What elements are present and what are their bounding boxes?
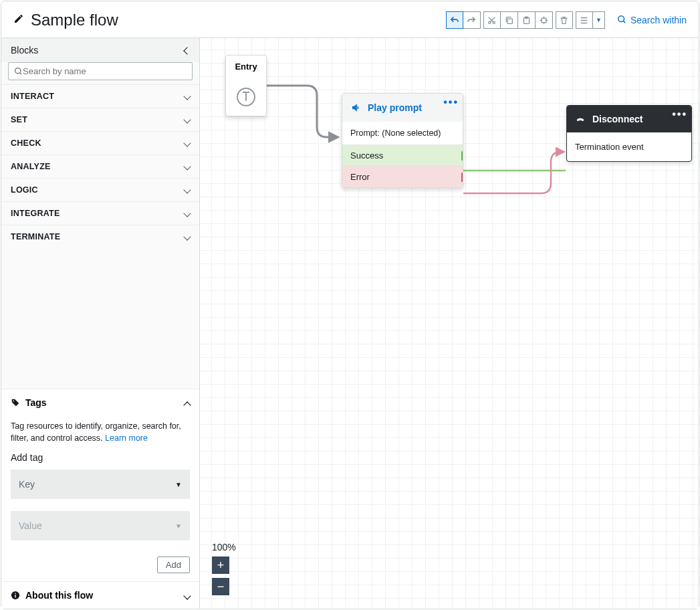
category-set[interactable]: SET: [1, 108, 199, 131]
svg-point-1: [493, 21, 495, 23]
undo-button[interactable]: [446, 11, 463, 29]
tags-title: Tags: [25, 397, 47, 408]
play-prompt-title: Play prompt: [368, 102, 422, 113]
search-icon: [617, 15, 626, 26]
cut-button[interactable]: [483, 11, 501, 29]
paste-button[interactable]: [518, 11, 536, 29]
edit-icon[interactable]: [13, 13, 24, 27]
entry-port-icon[interactable]: [237, 88, 255, 106]
zoom-level: 100%: [212, 542, 236, 552]
snap-button[interactable]: [536, 11, 553, 29]
svg-rect-2: [507, 19, 512, 23]
header-bar: Sample flow ▼ Search within: [1, 1, 699, 37]
category-logic[interactable]: LOGIC: [1, 178, 199, 201]
collapse-icon[interactable]: [185, 45, 190, 56]
entry-node[interactable]: Entry: [225, 55, 267, 116]
zoom-controls: 100% + −: [212, 542, 236, 595]
tags-body: Tag resources to identify, organize, sea…: [1, 416, 199, 581]
zoom-in-button[interactable]: +: [212, 556, 229, 574]
category-integrate[interactable]: INTEGRATE: [1, 201, 199, 225]
learn-more-link[interactable]: Learn more: [105, 433, 148, 443]
delete-button[interactable]: [556, 11, 573, 29]
search-within-label: Search within: [630, 15, 687, 25]
search-icon: [14, 67, 23, 76]
tag-icon: [11, 398, 20, 407]
arrange-menu-button[interactable]: ▼: [593, 11, 605, 29]
svg-rect-10: [15, 593, 15, 594]
zoom-out-button[interactable]: −: [212, 578, 229, 595]
play-prompt-body: Prompt: (None selected): [342, 122, 463, 144]
tags-section-header[interactable]: Tags: [1, 389, 199, 416]
disconnect-menu-icon[interactable]: •••: [672, 108, 687, 120]
category-analyze[interactable]: ANALYZE: [1, 155, 199, 178]
tags-description: Tag resources to identify, organize, sea…: [11, 420, 190, 444]
category-terminate[interactable]: TERMINATE: [1, 225, 199, 248]
add-tag-button[interactable]: Add: [157, 556, 190, 573]
about-title: About this flow: [25, 590, 93, 601]
svg-rect-5: [542, 18, 546, 23]
tags-collapse-icon[interactable]: [185, 397, 190, 408]
disconnect-body: Termination event: [567, 132, 691, 161]
search-within[interactable]: Search within: [617, 15, 687, 26]
page-title: Sample flow: [31, 11, 446, 29]
block-search-input[interactable]: [23, 66, 187, 76]
entry-label: Entry: [226, 56, 266, 72]
toolbar: ▼: [446, 11, 605, 29]
sidebar: Blocks INTERACT SET CHECK ANALYZE LOGIC …: [1, 38, 200, 609]
about-expand-icon[interactable]: [185, 590, 190, 601]
svg-rect-9: [15, 595, 15, 597]
category-interact[interactable]: INTERACT: [1, 84, 199, 108]
disconnect-title: Disconnect: [592, 114, 643, 124]
tag-key-select[interactable]: Key ▼: [11, 470, 190, 499]
category-check[interactable]: CHECK: [1, 131, 199, 155]
play-prompt-success-port[interactable]: Success: [342, 144, 463, 166]
block-search[interactable]: [8, 62, 193, 80]
svg-point-6: [618, 15, 624, 21]
play-prompt-menu-icon[interactable]: •••: [443, 96, 459, 108]
about-section-header[interactable]: About this flow: [1, 581, 199, 609]
blocks-header[interactable]: Blocks: [1, 38, 199, 62]
svg-point-0: [489, 21, 491, 23]
disconnect-node[interactable]: ••• Disconnect Termination event: [566, 105, 692, 162]
redo-button[interactable]: [463, 11, 481, 29]
flow-canvas: Entry ••• Play prompt Prompt: (None sele…: [200, 38, 699, 609]
disconnect-icon: [575, 114, 586, 124]
play-prompt-node[interactable]: ••• Play prompt Prompt: (None selected) …: [342, 93, 463, 188]
blocks-label: Blocks: [11, 45, 38, 56]
tag-value-select[interactable]: Value ▼: [11, 511, 190, 540]
play-prompt-error-port[interactable]: Error: [342, 166, 463, 187]
svg-point-7: [15, 68, 21, 74]
copy-button[interactable]: [501, 11, 518, 29]
info-icon: [11, 591, 20, 600]
add-tag-label: Add tag: [11, 452, 190, 463]
speaker-icon: [350, 102, 362, 114]
arrange-button[interactable]: [576, 11, 593, 29]
